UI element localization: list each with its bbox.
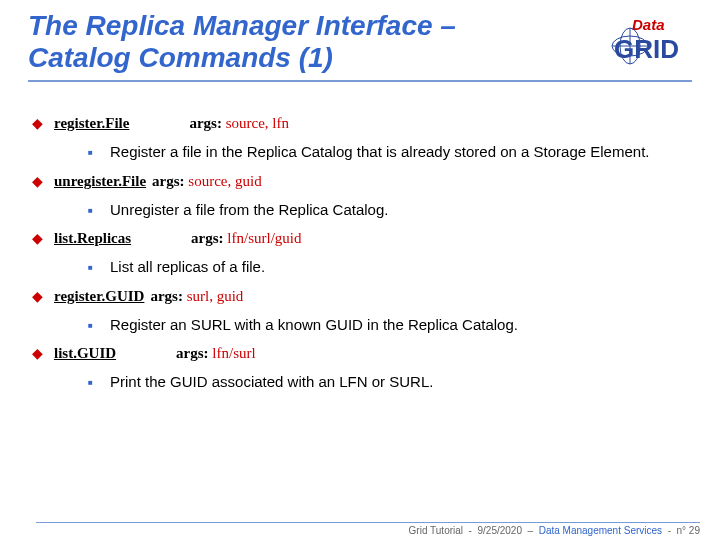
args-label: args: xyxy=(176,345,212,361)
command-name: register.GUID xyxy=(54,288,144,305)
command-desc: Unregister a file from the Replica Catal… xyxy=(110,200,688,220)
title-line-2: Catalog Commands (1) xyxy=(28,42,333,73)
square-bullet-icon: ■ xyxy=(88,372,110,387)
command-name: register.File xyxy=(54,115,129,132)
square-bullet-icon: ■ xyxy=(88,315,110,330)
command-desc: Print the GUID associated with an LFN or… xyxy=(110,372,688,392)
logo-top-text: Data xyxy=(632,16,665,33)
diamond-bullet-icon: ◆ xyxy=(32,230,54,246)
footer-page: n° 29 xyxy=(677,525,700,536)
command-item: ◆list.GUIDargs: lfn/surl■Print the GUID … xyxy=(32,344,688,392)
command-item: ◆list.Replicasargs: lfn/surl/guid■List a… xyxy=(32,229,688,277)
command-args: args: source, guid xyxy=(152,172,262,190)
args-value: lfn/surl xyxy=(212,345,255,361)
args-value: lfn/surl/guid xyxy=(227,230,301,246)
command-desc-row: ■Register an SURL with a known GUID in t… xyxy=(88,315,688,335)
diamond-bullet-icon: ◆ xyxy=(32,288,54,304)
slide-title: The Replica Manager Interface – Catalog … xyxy=(28,10,692,74)
command-desc-row: ■Print the GUID associated with an LFN o… xyxy=(88,372,688,392)
diamond-bullet-icon: ◆ xyxy=(32,173,54,189)
command-args: args: source, lfn xyxy=(189,114,289,132)
args-label: args: xyxy=(189,115,225,131)
command-head: ◆register.Fileargs: source, lfn xyxy=(32,114,688,132)
footer-date: 9/25/2020 xyxy=(477,525,522,536)
args-value: source, lfn xyxy=(226,115,289,131)
command-desc-row: ■Register a file in the Replica Catalog … xyxy=(88,142,688,162)
diamond-bullet-icon: ◆ xyxy=(32,115,54,131)
command-item: ◆register.Fileargs: source, lfn■Register… xyxy=(32,114,688,162)
slide-footer: Grid Tutorial - 9/25/2020 – Data Managem… xyxy=(36,522,700,536)
square-bullet-icon: ■ xyxy=(88,257,110,272)
title-line-1: The Replica Manager Interface – xyxy=(28,10,456,41)
command-item: ◆register.GUIDargs: surl, guid■Register … xyxy=(32,287,688,335)
args-label: args: xyxy=(152,173,188,189)
command-args: args: surl, guid xyxy=(150,287,243,305)
command-head: ◆unregister.Fileargs: source, guid xyxy=(32,172,688,190)
footer-service: Data Management Services xyxy=(539,525,662,536)
command-desc: List all replicas of a file. xyxy=(110,257,688,277)
command-item: ◆unregister.Fileargs: source, guid■Unreg… xyxy=(32,172,688,220)
datagrid-logo: Data GRID xyxy=(608,14,700,70)
command-args: args: lfn/surl/guid xyxy=(191,229,301,247)
command-desc-row: ■Unregister a file from the Replica Cata… xyxy=(88,200,688,220)
command-head: ◆register.GUIDargs: surl, guid xyxy=(32,287,688,305)
command-name: unregister.File xyxy=(54,173,146,190)
args-label: args: xyxy=(191,230,227,246)
args-label: args: xyxy=(150,288,186,304)
command-desc: Register a file in the Replica Catalog t… xyxy=(110,142,688,162)
command-args: args: lfn/surl xyxy=(176,344,256,362)
command-name: list.GUID xyxy=(54,345,116,362)
square-bullet-icon: ■ xyxy=(88,200,110,215)
command-head: ◆list.GUIDargs: lfn/surl xyxy=(32,344,688,362)
command-head: ◆list.Replicasargs: lfn/surl/guid xyxy=(32,229,688,247)
args-value: surl, guid xyxy=(187,288,244,304)
footer-left: Grid Tutorial xyxy=(409,525,463,536)
command-name: list.Replicas xyxy=(54,230,131,247)
slide-content: ◆register.Fileargs: source, lfn■Register… xyxy=(28,82,692,392)
diamond-bullet-icon: ◆ xyxy=(32,345,54,361)
command-desc-row: ■List all replicas of a file. xyxy=(88,257,688,277)
command-desc: Register an SURL with a known GUID in th… xyxy=(110,315,688,335)
args-value: source, guid xyxy=(188,173,261,189)
square-bullet-icon: ■ xyxy=(88,142,110,157)
